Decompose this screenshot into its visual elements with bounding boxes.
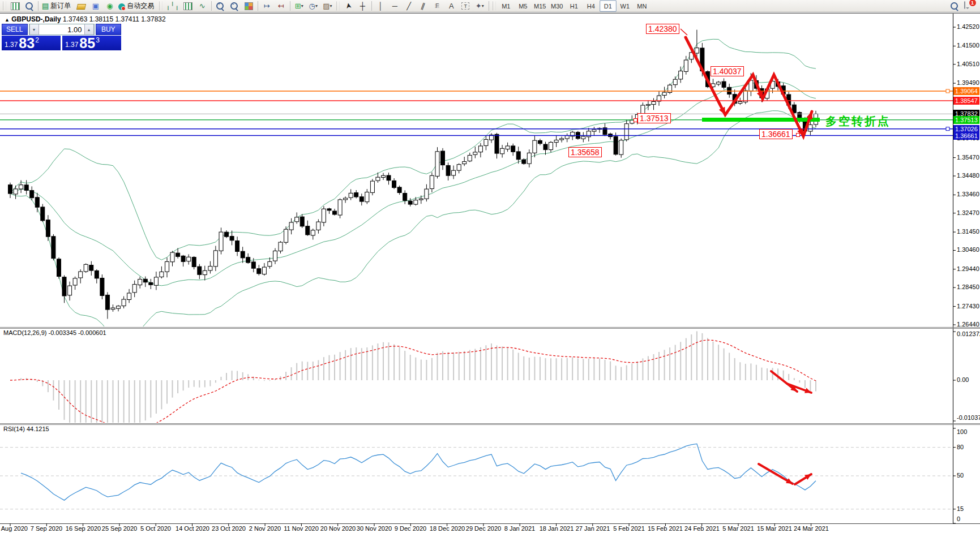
annotation-price-label-1.42380[interactable]: 1.42380 [646, 24, 679, 34]
notifications-button[interactable]: 1 [961, 0, 975, 12]
price-tag-1.39064: 1.39064 [953, 87, 979, 95]
zoom-out-button[interactable] [228, 0, 242, 12]
periods-button[interactable]: ◷▾ [306, 0, 320, 12]
trendline-button[interactable]: ╱ [402, 0, 416, 12]
timeframe-button-m1[interactable]: M1 [498, 0, 515, 12]
date-axis-label: 9 Dec 2020 [395, 525, 426, 532]
text-icon: A [449, 2, 454, 10]
timeframe-button-mn[interactable]: MN [634, 0, 651, 12]
fibonacci-button[interactable]: F [430, 0, 444, 12]
price-tag-1.37513: 1.37513 [953, 116, 979, 124]
auto-scroll-icon: ↤ [278, 2, 284, 10]
channel-button[interactable]: ∥ [416, 0, 430, 12]
line-chart-button[interactable]: ∿ [195, 0, 209, 12]
chart-plot[interactable] [0, 0, 980, 533]
date-axis-label: 27 Jan 2021 [576, 525, 610, 532]
tile-windows-icon [245, 2, 253, 10]
date-axis-label: 11 Nov 2020 [284, 525, 319, 532]
toolbar-separator [211, 1, 212, 11]
candlestick-button[interactable] [181, 0, 195, 12]
toolbar-separator [258, 1, 258, 11]
shapes-button[interactable]: ✦▾ [473, 0, 487, 12]
zoom-in-button[interactable] [213, 0, 228, 12]
autotrade-button[interactable]: 自动交易 [117, 0, 157, 12]
price-tick-label: 1.33460 [957, 191, 979, 197]
toolbar-separator [489, 1, 489, 11]
cursor-icon: ➤ [344, 2, 353, 10]
date-axis-label: 23 Oct 2020 [212, 525, 246, 532]
annotation-price-label-1.37513[interactable]: 1.37513 [637, 113, 671, 123]
annotation-price-label-1.35658[interactable]: 1.35658 [568, 147, 602, 157]
timeframe-button-m5[interactable]: M5 [515, 0, 532, 12]
chart-symbol-period: GBPUSD-,Daily [11, 15, 61, 23]
indicators-button[interactable]: ⊞▾ [292, 0, 306, 12]
timeframe-button-m30[interactable]: M30 [549, 0, 566, 12]
horizontal-line-button[interactable]: ─ [388, 0, 402, 12]
text-button[interactable]: A [444, 0, 459, 12]
volume-decrease-button[interactable]: ▾ [29, 24, 39, 35]
toolbar-separator [290, 1, 290, 11]
ask-main-digits: 85 [79, 37, 95, 50]
timeframe-button-d1[interactable]: D1 [600, 0, 617, 12]
buy-button[interactable]: BUY [96, 24, 122, 35]
price-tick-label: 1.31450 [957, 228, 979, 235]
annotation-handle[interactable] [796, 133, 800, 137]
toolbar-grip[interactable] [159, 2, 162, 10]
date-axis-label: 16 Sep 2020 [66, 525, 101, 532]
annotation-price-label-1.40037[interactable]: 1.40037 [711, 66, 744, 76]
text-label-button[interactable]: T [459, 0, 473, 12]
volume-input[interactable]: 1.00 [39, 24, 84, 35]
terminal-button[interactable]: ▣ [88, 0, 102, 12]
ask-price-box[interactable]: 1.37 85 3 [62, 36, 121, 50]
templates-button[interactable]: ▨▾ [320, 0, 335, 12]
signal-button[interactable]: ◉ [102, 0, 117, 12]
crosshair-button[interactable]: ┼ [356, 0, 370, 12]
annotation-price-label-1.36661[interactable]: 1.36661 [759, 129, 793, 139]
annotation-handle[interactable] [634, 118, 637, 122]
signal-icon: ◉ [106, 2, 113, 10]
ask-prefix: 1.37 [65, 41, 78, 49]
gold-symbol-button[interactable] [74, 0, 88, 12]
price-tag-1.36661: 1.36661 [953, 132, 979, 140]
date-axis-label: 28 Aug 2020 [0, 525, 28, 532]
auto-scroll-button[interactable]: ↤ [274, 0, 288, 12]
price-tick-label: 1.27430 [957, 303, 979, 310]
macd-axis-label: 0.00 [957, 376, 969, 383]
text-label-icon: T [461, 2, 469, 10]
new-chart-window-button[interactable] [8, 0, 22, 12]
bid-price-box[interactable]: 1.37 83 2 [2, 36, 61, 50]
chart-title-line: ▲ GBPUSD-,Daily 1.37463 1.38115 1.37411 … [5, 15, 166, 23]
date-axis-label: 5 Feb 2021 [613, 525, 645, 532]
profiles-button[interactable] [22, 0, 36, 12]
bid-main-digits: 83 [19, 37, 35, 50]
zoom-out-icon [230, 2, 238, 10]
bar-chart-button[interactable]: ╷╵╷ [164, 0, 181, 12]
tile-windows-button[interactable] [242, 0, 256, 12]
autotrade-label: 自动交易 [125, 1, 156, 11]
cursor-button[interactable]: ➤ [341, 0, 356, 12]
vertical-line-button[interactable]: │ [374, 0, 388, 12]
sell-button-label: SELL [6, 25, 23, 33]
timeframe-button-m15[interactable]: M15 [532, 0, 549, 12]
turning-point-annotation[interactable]: 多空转折点 [825, 114, 891, 129]
sell-button[interactable]: SELL [2, 24, 28, 35]
timeframe-button-h1[interactable]: H1 [566, 0, 583, 12]
timeframe-button-w1[interactable]: W1 [617, 0, 634, 12]
search-icon [951, 2, 958, 10]
price-tick-label: 1.34480 [957, 172, 979, 179]
toolbar-grip[interactable] [493, 2, 496, 10]
line-chart-icon: ∿ [199, 2, 206, 10]
chart-shift-button[interactable]: ↦ [260, 0, 274, 12]
horizontal-line-icon: ─ [392, 2, 397, 10]
rsi-indicator-label: RSI(14) 44.1215 [3, 425, 49, 432]
volume-increase-button[interactable]: ▴ [84, 24, 94, 35]
rsi-axis-label: 80 [957, 444, 964, 450]
new-order-button[interactable]: ▤ 新订单 [40, 0, 74, 12]
timeframe-button-h4[interactable]: H4 [583, 0, 600, 12]
gold-bar-icon [76, 4, 86, 10]
date-axis-label: 25 Sep 2020 [102, 525, 137, 532]
toolbar-grip[interactable] [3, 2, 6, 10]
shapes-icon: ✦ [476, 2, 482, 10]
search-button[interactable] [947, 0, 961, 12]
toolbar-grip[interactable] [336, 2, 340, 10]
